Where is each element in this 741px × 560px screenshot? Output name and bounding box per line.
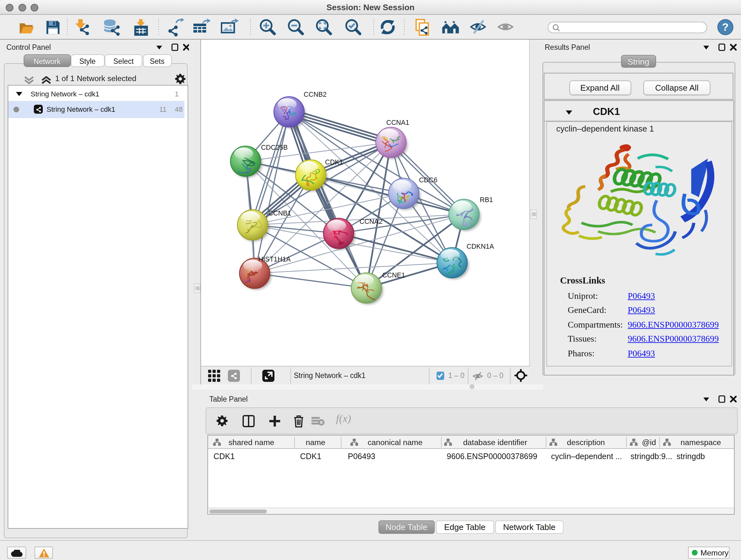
svg-text:CDC25B: CDC25B [261, 144, 288, 151]
svg-text:CDKN1A: CDKN1A [467, 243, 495, 250]
svg-text:CCNA2: CCNA2 [360, 218, 383, 225]
svg-text:CDK1: CDK1 [325, 159, 343, 166]
svg-text:CCNA1: CCNA1 [387, 119, 409, 126]
svg-text:CCNB2: CCNB2 [304, 91, 327, 98]
svg-text:CCNE1: CCNE1 [382, 271, 405, 279]
svg-text:CDC6: CDC6 [419, 176, 438, 184]
svg-text:RB1: RB1 [480, 196, 493, 203]
svg-text:HIST1H1A: HIST1H1A [259, 255, 291, 263]
svg-text:CCNB1: CCNB1 [268, 209, 291, 217]
